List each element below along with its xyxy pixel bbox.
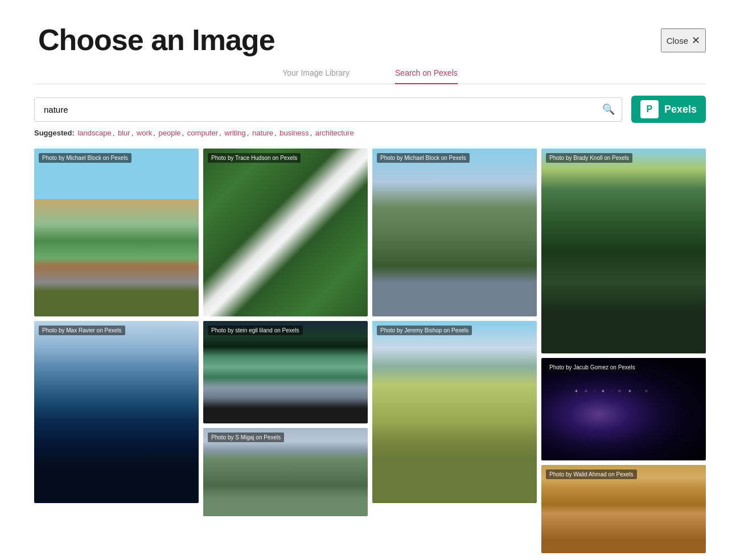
search-bar: 🔍 P Pexels [34,96,706,123]
photo-col-2: Photo by Trace Hudson on Pexels Photo by… [203,149,368,553]
photo-card-9[interactable]: Photo by Jacub Gomez on Pexels [541,358,706,460]
photo-credit-1: Photo by Michael Block on Pexels [39,153,131,163]
photo-card-1[interactable]: Photo by Michael Block on Pexels [34,149,199,316]
tag-writing[interactable]: writing [224,129,246,137]
photo-credit-7: Photo by Jeremy Bishop on Pexels [377,326,472,335]
tag-nature[interactable]: nature [252,129,273,137]
photo-credit-3: Photo by Michael Block on Pexels [377,153,470,163]
search-input-wrap: 🔍 [34,97,622,122]
photo-card-5[interactable]: Photo by Max Ravier on Pexels [34,321,199,503]
suggested-tags: Suggested: landscape, blur, work, people… [34,129,706,137]
tag-landscape[interactable]: landscape [77,129,111,137]
photo-card-7[interactable]: Photo by Jeremy Bishop on Pexels [372,321,537,503]
pexels-icon: P [640,100,659,118]
close-icon: ✕ [692,34,700,47]
tab-library[interactable]: Your Image Library [282,68,350,84]
close-button[interactable]: Close ✕ [661,28,706,52]
photo-grid: Photo by Michael Block on Pexels Photo b… [0,137,740,560]
search-button[interactable]: 🔍 [602,103,615,116]
tag-architecture[interactable]: architecture [315,129,354,137]
close-label: Close [667,36,688,46]
page-header: Choose an Image Close ✕ [0,0,740,68]
tag-business[interactable]: business [279,129,309,137]
photo-card-4[interactable]: Photo by Brady Knoll on Pexels [541,149,706,353]
tag-work[interactable]: work [137,129,152,137]
photo-card-10[interactable]: Photo by Walid Ahmad on Pexels [541,465,706,553]
photo-credit-5: Photo by Max Ravier on Pexels [39,326,125,335]
tag-blur[interactable]: blur [118,129,130,137]
search-area: 🔍 P Pexels Suggested: landscape, blur, w… [0,84,740,137]
tag-people[interactable]: people [159,129,181,137]
photo-card-2[interactable]: Photo by Trace Hudson on Pexels [203,149,368,316]
tab-pexels[interactable]: Search on Pexels [395,68,458,84]
page-title: Choose an Image [38,23,275,57]
photo-credit-4: Photo by Brady Knoll on Pexels [546,153,632,163]
search-icon: 🔍 [602,104,615,115]
photo-credit-9: Photo by Jacub Gomez on Pexels [546,363,639,372]
tag-computer[interactable]: computer [187,129,218,137]
photo-credit-2: Photo by Trace Hudson on Pexels [208,153,301,163]
photo-col-1: Photo by Michael Block on Pexels Photo b… [34,149,199,553]
photo-credit-8: Photo by S Migaj on Pexels [208,433,284,442]
search-input[interactable] [35,98,622,121]
photo-card-8[interactable]: Photo by S Migaj on Pexels [203,428,368,516]
photo-card-3[interactable]: Photo by Michael Block on Pexels [372,149,537,316]
photo-col-4: Photo by Brady Knoll on Pexels Photo by … [541,149,706,553]
tab-bar: Your Image Library Search on Pexels [34,68,706,84]
photo-card-6[interactable]: Photo by stein egil liland on Pexels [203,321,368,423]
photo-credit-6: Photo by stein egil liland on Pexels [208,326,303,335]
photo-credit-10: Photo by Walid Ahmad on Pexels [546,470,637,479]
photo-col-3: Photo by Michael Block on Pexels Photo b… [372,149,537,553]
pexels-badge: P Pexels [631,96,706,123]
